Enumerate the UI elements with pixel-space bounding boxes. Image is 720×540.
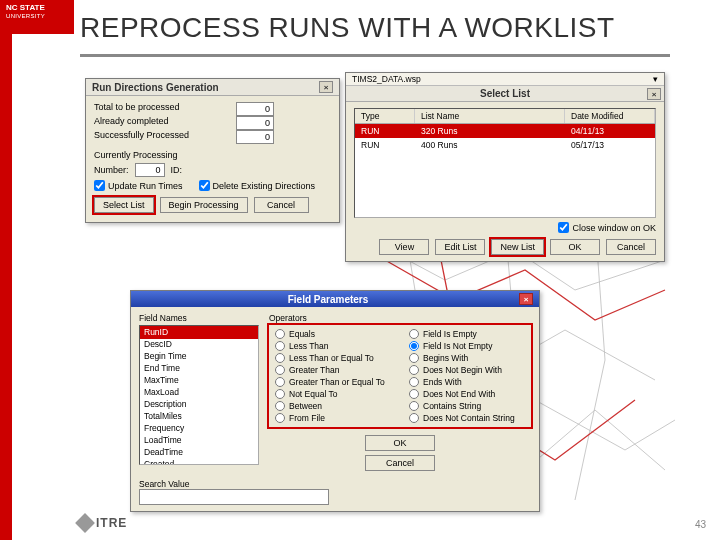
list-item[interactable]: Description xyxy=(140,398,258,410)
brand-subtext: UNIVERSITY xyxy=(6,13,68,20)
delete-directions-checkbox[interactable]: Delete Existing Directions xyxy=(199,180,316,191)
op-radio[interactable]: Between xyxy=(275,401,391,411)
delete-directions-label: Delete Existing Directions xyxy=(213,181,316,191)
edit-list-button[interactable]: Edit List xyxy=(435,239,485,255)
list-item[interactable]: TotalMiles xyxy=(140,410,258,422)
close-on-ok-label: Close window on OK xyxy=(572,223,656,233)
list-item[interactable]: End Time xyxy=(140,362,258,374)
wsp-filename: TIMS2_DATA.wsp xyxy=(352,74,421,84)
wsp-tool-icon: ▾ xyxy=(653,74,658,84)
total-value: 0 xyxy=(236,102,274,116)
itre-logo: ITRE xyxy=(78,516,127,530)
itre-text: ITRE xyxy=(96,516,127,530)
op-radio[interactable]: Less Than xyxy=(275,341,391,351)
total-label: Total to be processed xyxy=(94,102,180,116)
operators-label: Operators xyxy=(269,313,531,323)
success-value: 0 xyxy=(236,130,274,144)
already-value: 0 xyxy=(236,116,274,130)
table-row[interactable]: RUN 400 Runs 05/17/13 xyxy=(355,138,655,152)
list-item[interactable]: LoadTime xyxy=(140,434,258,446)
col-name[interactable]: List Name xyxy=(415,109,565,123)
op-radio[interactable]: Contains String xyxy=(409,401,525,411)
list-item[interactable]: Created xyxy=(140,458,258,465)
success-label: Successfully Processed xyxy=(94,130,189,144)
col-type[interactable]: Type xyxy=(355,109,415,123)
title-rule xyxy=(80,54,670,57)
table-row[interactable]: RUN 320 Runs 04/11/13 xyxy=(355,124,655,138)
close-icon[interactable]: × xyxy=(319,81,333,93)
op-radio[interactable]: Greater Than or Equal To xyxy=(275,377,391,387)
list-item[interactable]: RunID xyxy=(140,326,258,338)
op-radio[interactable]: From File xyxy=(275,413,391,423)
op-radio[interactable]: Field Is Not Empty xyxy=(409,341,525,351)
brand-block: NC STATE UNIVERSITY xyxy=(0,0,74,34)
number-value: 0 xyxy=(135,163,165,177)
search-value-label: Search Value xyxy=(139,479,531,489)
operators-group: Equals Field Is Empty Less Than Field Is… xyxy=(269,325,531,427)
page-number: 43 xyxy=(695,519,706,530)
id-label: ID: xyxy=(171,165,183,175)
brand-stripe xyxy=(0,0,12,540)
col-date[interactable]: Date Modified xyxy=(565,109,655,123)
cancel-button[interactable]: Cancel xyxy=(254,197,309,213)
select-list-dialog: TIMS2_DATA.wsp ▾ Select List × Type List… xyxy=(345,72,665,262)
op-radio[interactable]: Greater Than xyxy=(275,365,391,375)
update-run-times-checkbox[interactable]: Update Run Times xyxy=(94,180,183,191)
op-radio[interactable]: Does Not End With xyxy=(409,389,525,399)
update-run-times-label: Update Run Times xyxy=(108,181,183,191)
row-type: RUN xyxy=(355,124,415,138)
run-directions-titlebar: Run Directions Generation × xyxy=(86,79,339,96)
select-list-title: Select List xyxy=(480,88,530,99)
list-item[interactable]: DeadTime xyxy=(140,446,258,458)
list-item[interactable]: Frequency xyxy=(140,422,258,434)
close-icon[interactable]: × xyxy=(647,88,661,100)
cancel-button[interactable]: Cancel xyxy=(365,455,435,471)
ok-button[interactable]: OK xyxy=(365,435,435,451)
row-date: 05/17/13 xyxy=(565,138,655,152)
diamond-icon xyxy=(75,513,95,533)
begin-processing-button[interactable]: Begin Processing xyxy=(160,197,248,213)
search-value-input[interactable] xyxy=(139,489,329,505)
field-parameters-dialog: Field Parameters × Field Names RunID Des… xyxy=(130,290,540,512)
cancel-button[interactable]: Cancel xyxy=(606,239,656,255)
row-type: RUN xyxy=(355,138,415,152)
field-names-label: Field Names xyxy=(139,313,259,323)
list-item[interactable]: MaxLoad xyxy=(140,386,258,398)
view-button[interactable]: View xyxy=(379,239,429,255)
run-directions-dialog: Run Directions Generation × Total to be … xyxy=(85,78,340,223)
op-radio[interactable]: Does Not Begin With xyxy=(409,365,525,375)
ok-button[interactable]: OK xyxy=(550,239,600,255)
op-radio[interactable]: Equals xyxy=(275,329,391,339)
op-radio[interactable]: Ends With xyxy=(409,377,525,387)
op-radio[interactable]: Does Not Contain String xyxy=(409,413,525,423)
number-label: Number: xyxy=(94,165,129,175)
op-radio[interactable]: Field Is Empty xyxy=(409,329,525,339)
brand-text: NC STATE xyxy=(6,4,68,13)
op-radio[interactable]: Begins With xyxy=(409,353,525,363)
row-date: 04/11/13 xyxy=(565,124,655,138)
field-names-listbox[interactable]: RunID DescID Begin Time End Time MaxTime… xyxy=(139,325,259,465)
close-on-ok-checkbox[interactable]: Close window on OK xyxy=(354,222,656,233)
currently-heading: Currently Processing xyxy=(94,150,331,160)
row-name: 400 Runs xyxy=(415,138,565,152)
run-directions-title: Run Directions Generation xyxy=(92,82,219,93)
list-item[interactable]: MaxTime xyxy=(140,374,258,386)
op-radio[interactable]: Less Than or Equal To xyxy=(275,353,391,363)
field-parameters-titlebar: Field Parameters × xyxy=(131,291,539,307)
already-label: Already completed xyxy=(94,116,169,130)
list-item[interactable]: Begin Time xyxy=(140,350,258,362)
row-name: 320 Runs xyxy=(415,124,565,138)
op-radio[interactable]: Not Equal To xyxy=(275,389,391,399)
close-icon[interactable]: × xyxy=(519,293,533,305)
page-title: REPROCESS RUNS WITH A WORKLIST xyxy=(80,12,615,44)
new-list-button[interactable]: New List xyxy=(491,239,544,255)
select-list-button[interactable]: Select List xyxy=(94,197,154,213)
list-item[interactable]: DescID xyxy=(140,338,258,350)
select-list-table: Type List Name Date Modified RUN 320 Run… xyxy=(354,108,656,218)
field-parameters-title: Field Parameters xyxy=(288,294,369,305)
